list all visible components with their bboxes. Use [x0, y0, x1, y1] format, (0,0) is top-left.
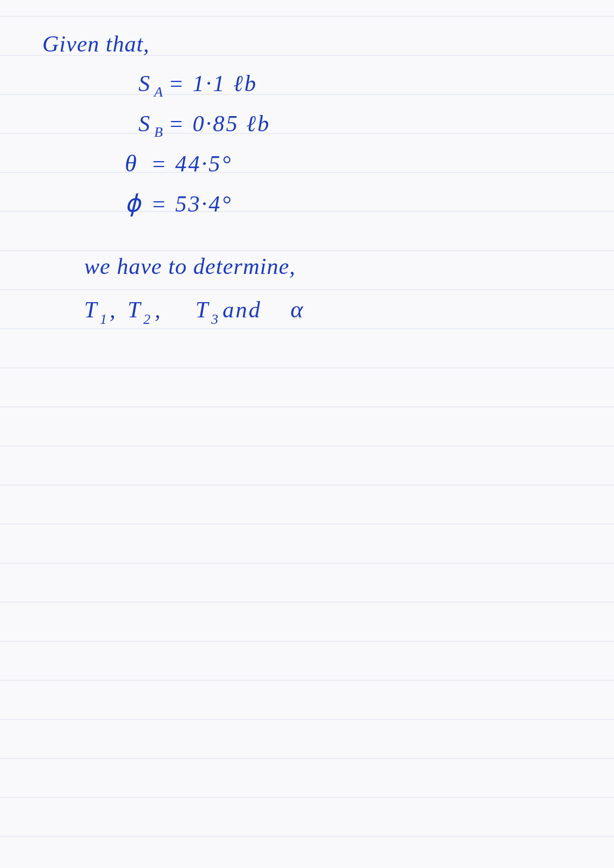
t3-subscript: 3: [211, 311, 218, 327]
alpha-label: α: [290, 296, 303, 323]
we-have-text: we have to determine,: [84, 254, 296, 279]
sb-equation: S: [138, 111, 151, 136]
sb-subscript: B: [154, 124, 163, 140]
sa-subscript: A: [153, 84, 163, 100]
t3-label: T: [195, 297, 210, 322]
t1-label: T: [84, 297, 98, 322]
notebook-page: Given that, S A = 1·1 ℓb S B = 0·85 ℓb θ…: [0, 0, 614, 868]
sb-equals: = 0·85 ℓb: [168, 111, 270, 136]
t2-subscript: 2: [143, 311, 150, 327]
sa-equals: = 1·1 ℓb: [168, 71, 257, 96]
theta-label: θ: [125, 150, 137, 177]
phi-label: ϕ: [125, 190, 142, 217]
sa-equation: S: [138, 71, 151, 96]
t2-comma: ,: [155, 297, 162, 322]
phi-equals: = 53·4°: [151, 192, 232, 216]
and-text: and: [223, 297, 262, 322]
t1-comma: ,: [110, 297, 117, 322]
given-that-text: Given that,: [42, 31, 150, 56]
t2-label: T: [128, 297, 142, 322]
t1-subscript: 1: [100, 311, 107, 327]
theta-equals: = 44·5°: [151, 151, 232, 176]
